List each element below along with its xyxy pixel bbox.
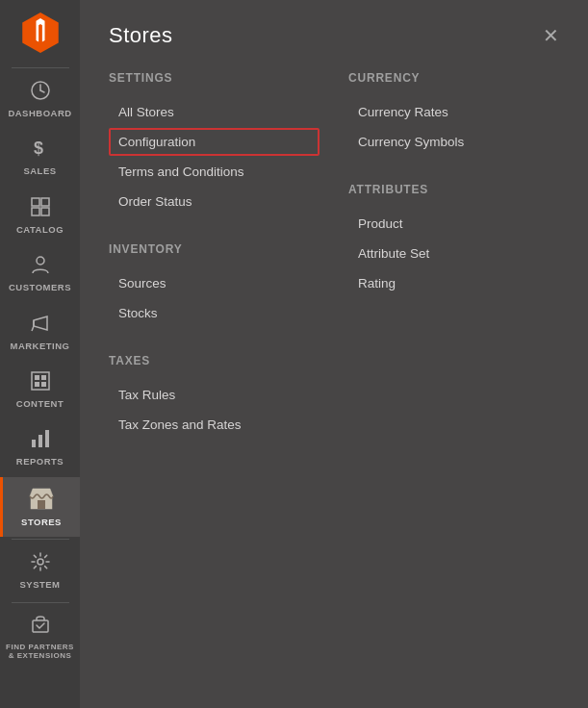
reports-icon [30, 428, 51, 452]
order-status-link[interactable]: Order Status [109, 188, 320, 215]
rating-link[interactable]: Rating [348, 269, 559, 297]
inventory-section: Inventory Sources Stocks [109, 242, 320, 327]
stores-icon [29, 487, 54, 513]
sources-link[interactable]: Sources [109, 269, 320, 297]
configuration-link[interactable]: Configuration [109, 128, 320, 156]
tax-rules-link[interactable]: Tax Rules [109, 381, 320, 409]
settings-section-title: Settings [109, 71, 320, 85]
sidebar-item-find-partners[interactable]: FIND PARTNERS & EXTENSIONS [0, 605, 80, 670]
panel-title: Stores [109, 23, 173, 48]
panel-columns: Settings All Stores Configuration Terms … [109, 71, 559, 466]
sidebar-item-label: SYSTEM [19, 579, 60, 590]
sidebar-item-label: REPORTS [16, 456, 64, 467]
taxes-section: Taxes Tax Rules Tax Zones and Rates [109, 354, 320, 439]
main-content: Stores ✕ Settings All Stores Configurati… [80, 0, 588, 708]
customers-icon [30, 254, 51, 278]
svg-point-17 [38, 559, 43, 565]
close-button[interactable]: ✕ [543, 26, 559, 45]
svg-rect-10 [35, 382, 39, 387]
sidebar-item-label: MARKETING [10, 341, 69, 351]
sidebar-item-stores[interactable]: STORES [0, 477, 80, 537]
sidebar-item-label: CATALOG [16, 224, 64, 235]
attributes-section-title: Attributes [348, 183, 559, 196]
sidebar-item-system[interactable]: SYSTEM [0, 542, 80, 599]
currency-section: Currency Currency Rates Currency Symbols [348, 71, 559, 156]
svg-rect-13 [38, 435, 42, 447]
sidebar-item-label: SALES [23, 165, 56, 176]
sidebar-item-sales[interactable]: $ SALES [0, 128, 80, 186]
product-link[interactable]: Product [348, 210, 559, 238]
svg-rect-8 [35, 375, 39, 380]
sidebar-item-catalog[interactable]: CATALOG [0, 187, 80, 244]
currency-symbols-link[interactable]: Currency Symbols [348, 128, 559, 156]
taxes-section-title: Taxes [109, 354, 320, 367]
content-icon [30, 370, 51, 394]
sidebar-item-customers[interactable]: CUSTOMERS [0, 244, 80, 302]
sidebar-item-content[interactable]: CONTENT [0, 361, 80, 418]
sidebar-item-dashboard[interactable]: DASHBOARD [0, 70, 80, 128]
magento-logo-icon [20, 13, 61, 53]
catalog-icon [30, 196, 51, 220]
svg-point-6 [37, 257, 44, 265]
svg-rect-4 [32, 208, 39, 215]
attributes-section: Attributes Product Attribute Set Rating [348, 183, 559, 297]
system-icon [30, 551, 51, 575]
right-column: Currency Currency Rates Currency Symbols… [339, 71, 559, 466]
inventory-section-title: Inventory [109, 242, 320, 256]
svg-rect-9 [41, 375, 46, 380]
marketing-icon [30, 313, 51, 337]
sidebar-logo [0, 0, 80, 65]
svg-rect-11 [41, 382, 46, 387]
attribute-set-link[interactable]: Attribute Set [348, 240, 559, 267]
find-partners-icon [30, 615, 51, 639]
terms-conditions-link[interactable]: Terms and Conditions [109, 158, 320, 186]
svg-rect-7 [32, 372, 49, 390]
left-column: Settings All Stores Configuration Terms … [109, 71, 339, 466]
sidebar-item-reports[interactable]: REPORTS [0, 418, 80, 476]
sidebar-item-label: DASHBOARD [8, 108, 71, 118]
sidebar-bot-divider [12, 602, 69, 603]
currency-rates-link[interactable]: Currency Rates [348, 98, 559, 126]
tax-zones-rates-link[interactable]: Tax Zones and Rates [109, 411, 320, 439]
svg-text:$: $ [34, 139, 44, 158]
svg-rect-12 [32, 440, 36, 447]
all-stores-link[interactable]: All Stores [109, 98, 320, 126]
sidebar-item-label: CUSTOMERS [9, 282, 71, 292]
sidebar-item-label: FIND PARTNERS & EXTENSIONS [4, 643, 76, 661]
svg-rect-14 [45, 430, 49, 447]
svg-rect-2 [32, 198, 39, 206]
sidebar: DASHBOARD $ SALES CATALOG CUSTOME [0, 0, 80, 708]
dashboard-icon [30, 80, 51, 104]
svg-rect-5 [41, 208, 49, 215]
sidebar-item-marketing[interactable]: MARKETING [0, 303, 80, 361]
sidebar-mid-divider [12, 539, 69, 540]
sales-icon: $ [31, 138, 50, 162]
sidebar-top-divider [12, 67, 69, 68]
stores-panel: Stores ✕ Settings All Stores Configurati… [80, 0, 588, 708]
svg-rect-16 [38, 500, 45, 509]
settings-section: Settings All Stores Configuration Terms … [109, 71, 320, 215]
sidebar-item-label: CONTENT [16, 398, 64, 409]
svg-rect-3 [41, 198, 49, 206]
stocks-link[interactable]: Stocks [109, 299, 320, 327]
sidebar-item-label: STORES [21, 517, 62, 527]
currency-section-title: Currency [348, 71, 559, 85]
panel-header: Stores ✕ [109, 23, 559, 48]
